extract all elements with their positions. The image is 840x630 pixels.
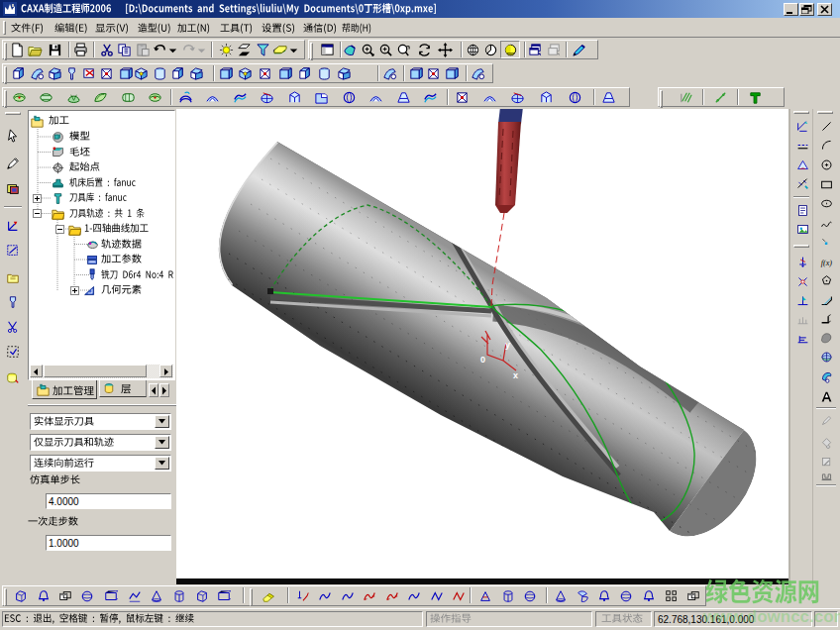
- svg-text:x: x: [513, 370, 518, 380]
- svg-text:0: 0: [480, 355, 485, 365]
- svg-text:y: y: [505, 340, 510, 350]
- svg-text:f(x): f(x): [820, 258, 832, 266]
